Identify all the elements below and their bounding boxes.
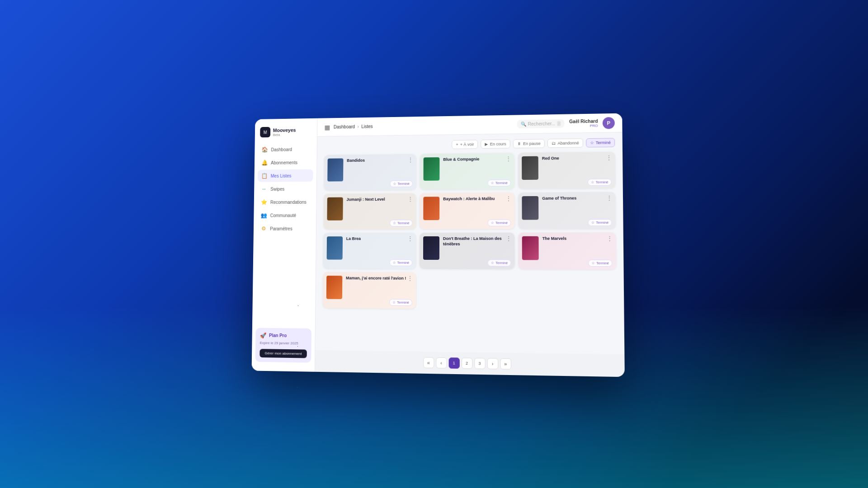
swipes-icon: ↔ (261, 186, 267, 192)
filter-tabs: ++ À voir▶En cours⏸En pause🗂Abandonné☆Te… (324, 138, 615, 150)
movie-title-baywatch: Baywatch : Alerte à Malibu (443, 196, 511, 202)
pagination-last[interactable]: » (500, 358, 511, 370)
card-content-la-brea: La Brea (323, 233, 416, 265)
avatar: P (603, 117, 615, 129)
card-content-the-marvels: The Marvels (518, 232, 616, 266)
sidebar-toggle-icon[interactable]: ▦ (325, 123, 330, 131)
filter-icon-abandonne: 🗂 (552, 141, 556, 145)
sidebar-item-dashboard[interactable]: 🏠 Dashboard (258, 143, 313, 156)
movie-title-blue-compagnie: Blue & Compagnie (443, 156, 510, 162)
movie-title-bandidos: Bandidos (347, 158, 413, 164)
movie-poster-jumanji (327, 197, 343, 221)
sidebar-item-abonnements[interactable]: 🔔 Abonnements (258, 156, 313, 169)
filter-tab-abandonne[interactable]: 🗂Abandonné (547, 138, 583, 148)
movie-card-the-marvels: The Marvels ⋮ ☆ Terminé (518, 232, 616, 269)
pagination-first[interactable]: « (423, 357, 434, 368)
movie-info-blue-compagnie: Blue & Compagnie (443, 156, 511, 163)
sidebar-item-label-parametres: Paramètres (270, 226, 292, 231)
sidebar-item-communaute[interactable]: 👥 Communauté (257, 209, 313, 221)
pagination-page-2[interactable]: 2 (461, 358, 472, 369)
movie-poster-maman (326, 276, 343, 299)
movie-title-game-of-thrones: Game of Thrones (542, 196, 612, 202)
card-content-game-of-thrones: Game of Thrones (518, 192, 616, 225)
movie-info-game-of-thrones: Game of Thrones (542, 196, 612, 202)
sidebar-item-mes-listes[interactable]: 📋 Mes Listes (258, 169, 313, 182)
movie-poster-blue-compagnie (424, 157, 440, 181)
sidebar-nav: 🏠 Dashboard 🔔 Abonnements 📋 Mes Listes ↔… (252, 143, 317, 325)
pagination-prev[interactable]: ‹ (436, 357, 447, 369)
mes-listes-icon: 📋 (261, 173, 267, 179)
main-content: ▦ Dashboard › Listes 🔍 Rechercher... / G… (315, 113, 625, 377)
pagination-next[interactable]: › (487, 358, 498, 369)
card-content-maman: Maman, j'ai encore raté l'avion ! (323, 272, 416, 305)
sidebar-item-label-communaute: Communauté (270, 213, 297, 218)
card-content-dont-breathe: Don't Breathe : La Maison des ténèbres (420, 233, 515, 266)
movie-poster-game-of-thrones (522, 196, 538, 220)
app-window: M Mooveyes Beta 🏠 Dashboard 🔔 Abonnement… (252, 113, 625, 377)
filter-icon-en-pause: ⏸ (517, 141, 521, 146)
movie-poster-la-brea (327, 236, 343, 259)
movie-card-dont-breathe: Don't Breathe : La Maison des ténèbres ⋮… (420, 233, 515, 269)
movies-grid: Bandidos ⋮ ☆ Terminé Blue & Compagnie ⋮ … (323, 152, 617, 310)
filter-tab-termine[interactable]: ☆Terminé (586, 138, 615, 147)
filter-label-en-cours: En cours (490, 142, 506, 146)
abonnements-icon: 🔔 (261, 160, 267, 166)
movie-info-la-brea: La Brea (346, 236, 413, 243)
filter-icon-a-voir: + (456, 142, 458, 147)
card-content-baywatch: Baywatch : Alerte à Malibu (420, 192, 514, 225)
movie-info-red-one: Red One (542, 155, 611, 162)
movie-poster-red-one (522, 156, 538, 180)
filter-tab-a-voir[interactable]: ++ À voir (452, 140, 478, 149)
plan-title: Plan Pro (269, 333, 287, 338)
filter-label-abandonne: Abandonné (557, 141, 579, 145)
filter-icon-en-cours: ▶ (485, 142, 488, 146)
search-box[interactable]: 🔍 Rechercher... / (517, 119, 565, 129)
filter-label-a-voir: + À voir (460, 142, 474, 146)
breadcrumb-current: Listes (361, 124, 373, 129)
breadcrumb: Dashboard › Listes (334, 124, 373, 129)
dashboard-icon: 🏠 (262, 146, 268, 153)
header-left: ▦ Dashboard › Listes (325, 123, 373, 131)
movie-info-baywatch: Baywatch : Alerte à Malibu (443, 196, 511, 203)
card-content-bandidos: Bandidos (324, 154, 416, 187)
header-right: 🔍 Rechercher... / Gaël Richard PRO P (517, 117, 615, 130)
filter-tab-en-cours[interactable]: ▶En cours (481, 139, 510, 149)
movie-poster-bandidos (327, 158, 343, 181)
filter-label-en-pause: En pause (523, 141, 541, 146)
filter-tab-en-pause[interactable]: ⏸En pause (513, 139, 545, 148)
sidebar-item-parametres[interactable]: ⚙ Paramètres (257, 222, 312, 235)
movie-card-bandidos: Bandidos ⋮ ☆ Terminé (324, 154, 416, 190)
movie-poster-baywatch (423, 197, 439, 220)
user-info: Gaël Richard PRO (569, 118, 598, 128)
sidebar-item-label-swipes: Swipes (270, 187, 284, 192)
sidebar-item-recommandations[interactable]: ⭐ Recommandations (257, 196, 313, 208)
movie-info-maman: Maman, j'ai encore raté l'avion ! (346, 276, 412, 282)
card-content-red-one: Red One (518, 152, 615, 186)
breadcrumb-parent: Dashboard (334, 124, 355, 129)
movie-card-baywatch: Baywatch : Alerte à Malibu ⋮ ☆ Terminé (420, 192, 514, 229)
sidebar-item-label-recommandations: Recommandations (270, 200, 307, 205)
movie-poster-dont-breathe (423, 236, 439, 260)
movie-info-bandidos: Bandidos (347, 158, 413, 164)
user-name: Gaël Richard (569, 118, 598, 124)
pagination-page-1[interactable]: 1 (448, 357, 459, 369)
movie-info-the-marvels: The Marvels (542, 236, 612, 243)
sidebar: M Mooveyes Beta 🏠 Dashboard 🔔 Abonnement… (252, 118, 318, 372)
movie-card-jumanji: Jumanji : Next Level ⋮ ☆ Terminé (323, 193, 416, 230)
pagination-page-3[interactable]: 3 (474, 358, 485, 369)
search-placeholder: Rechercher... (528, 121, 556, 127)
user-badge: PRO (569, 123, 598, 128)
sidebar-item-label-abonnements: Abonnements (271, 160, 297, 165)
sidebar-item-label-dashboard: Dashboard (271, 147, 292, 152)
sidebar-item-label-mes-listes: Mes Listes (271, 173, 292, 178)
pagination: «‹123›» (315, 350, 625, 377)
app-badge: Beta (273, 132, 296, 136)
filter-label-termine: Terminé (596, 141, 611, 145)
plan-expiry: Expire le 29 janvier 2025 (260, 340, 307, 346)
manage-subscription-button[interactable]: Gérer mon abonnement (259, 349, 307, 358)
search-shortcut: / (557, 121, 561, 126)
sidebar-item-swipes[interactable]: ↔ Swipes (258, 183, 313, 195)
plan-section: 🚀 Plan Pro Expire le 29 janvier 2025 Gér… (255, 328, 312, 362)
movie-title-the-marvels: The Marvels (542, 236, 612, 242)
movie-poster-the-marvels (522, 236, 539, 260)
